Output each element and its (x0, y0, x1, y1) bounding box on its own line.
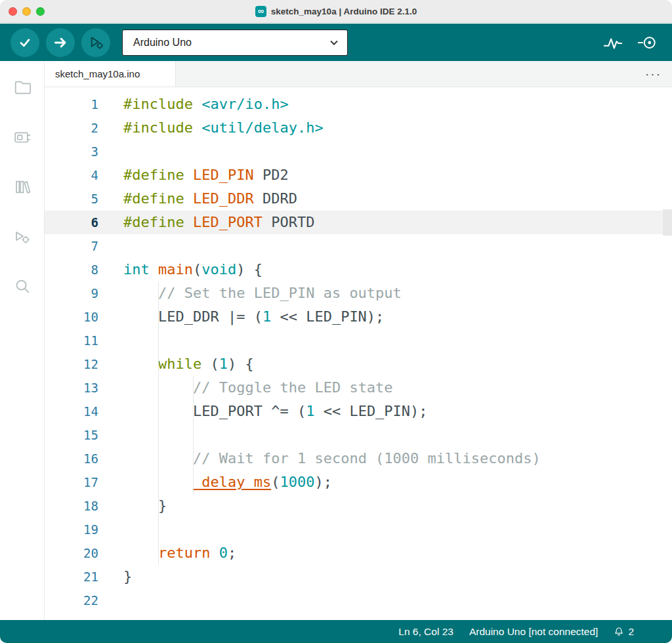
code-line[interactable]: 2#include <util/delay.h> (45, 116, 672, 140)
more-actions-button[interactable]: ··· (645, 61, 662, 87)
line-number[interactable]: 22 (45, 589, 98, 612)
sidebar-item-library-manager[interactable] (0, 162, 44, 212)
code-line[interactable]: 16 // Wait for 1 second (1000 millisecon… (45, 447, 672, 470)
code-line[interactable]: 5#define LED_DDR DDRD (45, 187, 672, 211)
serial-plotter-icon (603, 34, 623, 51)
sidebar-item-search[interactable] (0, 262, 44, 312)
sidebar-item-debug[interactable] (0, 212, 44, 262)
line-number[interactable]: 7 (45, 234, 98, 258)
code-line[interactable]: 4#define LED_PIN PD2 (45, 163, 672, 187)
code-text: // Set the LED_PIN as output (98, 281, 402, 305)
code-line[interactable]: 19 (45, 518, 672, 541)
code-line[interactable]: 11 (45, 329, 672, 352)
code-line[interactable]: 9 // Set the LED_PIN as output (45, 281, 672, 305)
line-number[interactable]: 2 (45, 116, 98, 140)
serial-monitor-icon (637, 34, 657, 51)
debug-play-gear-icon (87, 33, 105, 51)
code-text: LED_DDR |= (1 << LED_PIN); (98, 305, 384, 329)
code-line[interactable]: 3 (45, 140, 672, 163)
line-number[interactable]: 5 (45, 187, 98, 211)
code-line[interactable]: 22 (45, 589, 672, 612)
library-manager-icon (12, 177, 32, 197)
upload-arrow-icon (52, 34, 69, 51)
code-line[interactable]: 15 (45, 423, 672, 447)
line-number[interactable]: 1 (45, 93, 98, 116)
board-selector-value: Arduino Uno (133, 37, 330, 49)
line-number[interactable]: 19 (45, 518, 98, 541)
traffic-lights (9, 7, 45, 16)
code-text (98, 423, 123, 447)
overview-ruler-marker (663, 209, 672, 236)
code-line[interactable]: 17 _delay_ms(1000); (45, 470, 672, 494)
code-text: } (98, 494, 167, 518)
code-line[interactable]: 6#define LED_PORT PORTD (45, 211, 672, 234)
line-number[interactable]: 13 (45, 376, 98, 400)
chevron-down-icon (330, 40, 338, 45)
code-line[interactable]: 13 // Toggle the LED state (45, 376, 672, 400)
sidebar-item-sketchbook[interactable] (0, 62, 44, 112)
code-line[interactable]: 21} (45, 565, 672, 589)
line-number[interactable]: 9 (45, 281, 98, 305)
activity-sidebar (0, 61, 45, 620)
search-icon (12, 277, 32, 297)
line-number[interactable]: 15 (45, 423, 98, 447)
status-bar: Ln 6, Col 23 Arduino Uno [not connected]… (0, 620, 672, 643)
code-text: while (1) { (98, 352, 254, 376)
close-window-button[interactable] (9, 7, 17, 16)
code-line[interactable]: 8int main(void) { (45, 258, 672, 281)
code-text (98, 589, 123, 612)
code-text (98, 329, 123, 352)
bell-icon (614, 627, 624, 637)
minimize-window-button[interactable] (22, 7, 31, 16)
tab-bar: sketch_may10a.ino ··· (45, 61, 672, 87)
line-number[interactable]: 4 (45, 163, 98, 187)
code-line[interactable]: 12 while (1) { (45, 352, 672, 376)
line-number[interactable]: 16 (45, 447, 98, 470)
code-text (98, 140, 123, 163)
code-text: // Toggle the LED state (98, 376, 393, 400)
line-number[interactable]: 12 (45, 352, 98, 376)
toolbar: Arduino Uno (0, 24, 672, 61)
notifications-button[interactable]: 2 (614, 626, 634, 638)
code-line[interactable]: 7 (45, 234, 672, 258)
zoom-window-button[interactable] (36, 7, 45, 16)
code-line[interactable]: 10 LED_DDR |= (1 << LED_PIN); (45, 305, 672, 329)
line-number[interactable]: 8 (45, 258, 98, 281)
code-text: #include <avr/io.h> (98, 93, 289, 116)
board-selector-dropdown[interactable]: Arduino Uno (122, 30, 348, 56)
line-number[interactable]: 18 (45, 494, 98, 518)
window-title: sketch_may10a | Arduino IDE 2.1.0 (271, 7, 417, 16)
sidebar-item-boards-manager[interactable] (0, 112, 44, 162)
code-line[interactable]: 14 LED_PORT ^= (1 << LED_PIN); (45, 400, 672, 423)
upload-button[interactable] (46, 28, 75, 57)
code-editor[interactable]: 1#include <avr/io.h>2#include <util/dela… (45, 87, 672, 620)
notification-count: 2 (628, 626, 634, 638)
serial-monitor-button[interactable] (635, 31, 659, 54)
line-number[interactable]: 20 (45, 541, 98, 565)
line-number[interactable]: 10 (45, 305, 98, 329)
line-number[interactable]: 14 (45, 400, 98, 423)
code-text: // Wait for 1 second (1000 milliseconds) (98, 447, 541, 470)
line-number[interactable]: 6 (45, 211, 98, 234)
line-number[interactable]: 17 (45, 470, 98, 494)
verify-button[interactable] (10, 28, 39, 57)
line-number[interactable]: 3 (45, 140, 98, 163)
code-text: } (98, 565, 132, 589)
debug-button[interactable] (81, 28, 110, 57)
editor-scrollbar[interactable] (663, 87, 672, 620)
code-line[interactable]: 18 } (45, 494, 672, 518)
sketchbook-folder-icon (12, 77, 32, 97)
code-text (98, 518, 123, 541)
code-line[interactable]: 1#include <avr/io.h> (45, 93, 672, 116)
serial-plotter-button[interactable] (601, 31, 625, 54)
arduino-app-icon: ∞ (255, 6, 266, 17)
line-number[interactable]: 21 (45, 565, 98, 589)
code-text: return 0; (98, 541, 236, 565)
code-text: int main(void) { (98, 258, 262, 281)
line-number[interactable]: 11 (45, 329, 98, 352)
code-text: LED_PORT ^= (1 << LED_PIN); (98, 400, 428, 423)
tab-sketch-may10a[interactable]: sketch_may10a.ino (45, 61, 176, 87)
cursor-position[interactable]: Ln 6, Col 23 (398, 626, 453, 638)
code-line[interactable]: 20 return 0; (45, 541, 672, 565)
boards-manager-icon (12, 127, 32, 147)
